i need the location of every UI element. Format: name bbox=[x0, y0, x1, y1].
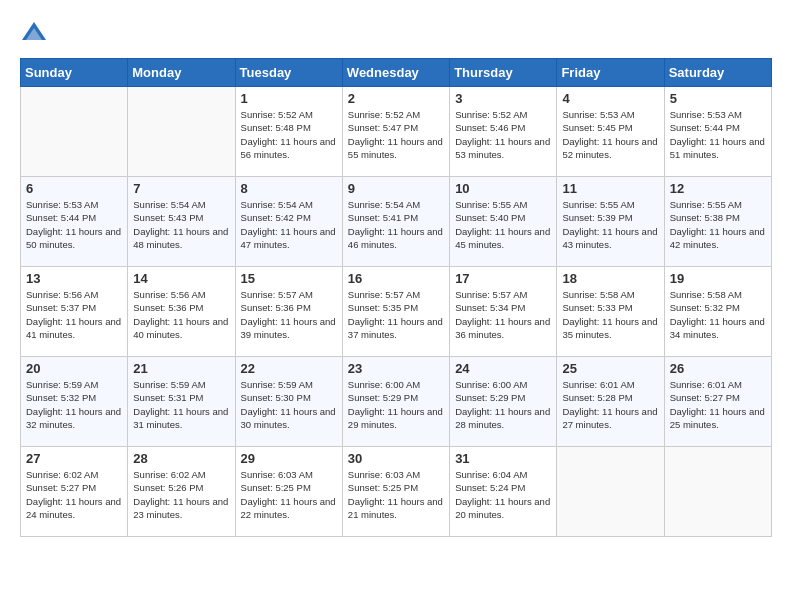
day-info: Sunrise: 5:59 AM Sunset: 5:30 PM Dayligh… bbox=[241, 378, 337, 431]
day-number: 23 bbox=[348, 361, 444, 376]
day-info: Sunrise: 5:52 AM Sunset: 5:47 PM Dayligh… bbox=[348, 108, 444, 161]
calendar-week-4: 20Sunrise: 5:59 AM Sunset: 5:32 PM Dayli… bbox=[21, 357, 772, 447]
day-number: 14 bbox=[133, 271, 229, 286]
calendar-body: 1Sunrise: 5:52 AM Sunset: 5:48 PM Daylig… bbox=[21, 87, 772, 537]
day-number: 2 bbox=[348, 91, 444, 106]
day-number: 20 bbox=[26, 361, 122, 376]
calendar-cell: 5Sunrise: 5:53 AM Sunset: 5:44 PM Daylig… bbox=[664, 87, 771, 177]
day-number: 16 bbox=[348, 271, 444, 286]
column-header-wednesday: Wednesday bbox=[342, 59, 449, 87]
calendar-cell: 3Sunrise: 5:52 AM Sunset: 5:46 PM Daylig… bbox=[450, 87, 557, 177]
day-info: Sunrise: 5:55 AM Sunset: 5:38 PM Dayligh… bbox=[670, 198, 766, 251]
calendar-cell: 24Sunrise: 6:00 AM Sunset: 5:29 PM Dayli… bbox=[450, 357, 557, 447]
calendar-cell: 16Sunrise: 5:57 AM Sunset: 5:35 PM Dayli… bbox=[342, 267, 449, 357]
day-number: 22 bbox=[241, 361, 337, 376]
day-info: Sunrise: 5:58 AM Sunset: 5:33 PM Dayligh… bbox=[562, 288, 658, 341]
day-info: Sunrise: 5:59 AM Sunset: 5:32 PM Dayligh… bbox=[26, 378, 122, 431]
calendar-cell: 12Sunrise: 5:55 AM Sunset: 5:38 PM Dayli… bbox=[664, 177, 771, 267]
calendar-cell: 7Sunrise: 5:54 AM Sunset: 5:43 PM Daylig… bbox=[128, 177, 235, 267]
day-number: 25 bbox=[562, 361, 658, 376]
calendar-cell: 26Sunrise: 6:01 AM Sunset: 5:27 PM Dayli… bbox=[664, 357, 771, 447]
day-info: Sunrise: 5:53 AM Sunset: 5:44 PM Dayligh… bbox=[26, 198, 122, 251]
calendar-cell: 2Sunrise: 5:52 AM Sunset: 5:47 PM Daylig… bbox=[342, 87, 449, 177]
day-number: 26 bbox=[670, 361, 766, 376]
day-info: Sunrise: 5:54 AM Sunset: 5:43 PM Dayligh… bbox=[133, 198, 229, 251]
day-number: 17 bbox=[455, 271, 551, 286]
day-info: Sunrise: 5:52 AM Sunset: 5:48 PM Dayligh… bbox=[241, 108, 337, 161]
day-info: Sunrise: 5:55 AM Sunset: 5:40 PM Dayligh… bbox=[455, 198, 551, 251]
day-info: Sunrise: 5:55 AM Sunset: 5:39 PM Dayligh… bbox=[562, 198, 658, 251]
column-header-sunday: Sunday bbox=[21, 59, 128, 87]
day-number: 4 bbox=[562, 91, 658, 106]
page-header bbox=[20, 20, 772, 48]
logo bbox=[20, 20, 52, 48]
day-info: Sunrise: 6:03 AM Sunset: 5:25 PM Dayligh… bbox=[348, 468, 444, 521]
day-info: Sunrise: 6:02 AM Sunset: 5:27 PM Dayligh… bbox=[26, 468, 122, 521]
day-info: Sunrise: 5:54 AM Sunset: 5:41 PM Dayligh… bbox=[348, 198, 444, 251]
calendar-cell: 1Sunrise: 5:52 AM Sunset: 5:48 PM Daylig… bbox=[235, 87, 342, 177]
calendar-week-1: 1Sunrise: 5:52 AM Sunset: 5:48 PM Daylig… bbox=[21, 87, 772, 177]
calendar-cell: 4Sunrise: 5:53 AM Sunset: 5:45 PM Daylig… bbox=[557, 87, 664, 177]
day-number: 27 bbox=[26, 451, 122, 466]
column-header-monday: Monday bbox=[128, 59, 235, 87]
day-number: 21 bbox=[133, 361, 229, 376]
day-number: 15 bbox=[241, 271, 337, 286]
calendar-cell: 29Sunrise: 6:03 AM Sunset: 5:25 PM Dayli… bbox=[235, 447, 342, 537]
calendar-week-2: 6Sunrise: 5:53 AM Sunset: 5:44 PM Daylig… bbox=[21, 177, 772, 267]
day-number: 19 bbox=[670, 271, 766, 286]
calendar-cell: 15Sunrise: 5:57 AM Sunset: 5:36 PM Dayli… bbox=[235, 267, 342, 357]
day-number: 29 bbox=[241, 451, 337, 466]
calendar-cell bbox=[664, 447, 771, 537]
day-number: 3 bbox=[455, 91, 551, 106]
logo-icon bbox=[20, 20, 48, 48]
day-info: Sunrise: 5:53 AM Sunset: 5:45 PM Dayligh… bbox=[562, 108, 658, 161]
calendar-cell: 31Sunrise: 6:04 AM Sunset: 5:24 PM Dayli… bbox=[450, 447, 557, 537]
calendar-cell: 11Sunrise: 5:55 AM Sunset: 5:39 PM Dayli… bbox=[557, 177, 664, 267]
calendar-cell: 30Sunrise: 6:03 AM Sunset: 5:25 PM Dayli… bbox=[342, 447, 449, 537]
day-number: 28 bbox=[133, 451, 229, 466]
day-number: 10 bbox=[455, 181, 551, 196]
calendar-cell: 10Sunrise: 5:55 AM Sunset: 5:40 PM Dayli… bbox=[450, 177, 557, 267]
calendar-cell bbox=[21, 87, 128, 177]
day-number: 24 bbox=[455, 361, 551, 376]
calendar-cell: 22Sunrise: 5:59 AM Sunset: 5:30 PM Dayli… bbox=[235, 357, 342, 447]
day-info: Sunrise: 5:58 AM Sunset: 5:32 PM Dayligh… bbox=[670, 288, 766, 341]
calendar-cell: 6Sunrise: 5:53 AM Sunset: 5:44 PM Daylig… bbox=[21, 177, 128, 267]
calendar-cell: 9Sunrise: 5:54 AM Sunset: 5:41 PM Daylig… bbox=[342, 177, 449, 267]
day-number: 5 bbox=[670, 91, 766, 106]
day-number: 18 bbox=[562, 271, 658, 286]
calendar-table: SundayMondayTuesdayWednesdayThursdayFrid… bbox=[20, 58, 772, 537]
day-number: 9 bbox=[348, 181, 444, 196]
day-info: Sunrise: 5:52 AM Sunset: 5:46 PM Dayligh… bbox=[455, 108, 551, 161]
day-info: Sunrise: 6:01 AM Sunset: 5:27 PM Dayligh… bbox=[670, 378, 766, 431]
calendar-cell: 13Sunrise: 5:56 AM Sunset: 5:37 PM Dayli… bbox=[21, 267, 128, 357]
column-header-thursday: Thursday bbox=[450, 59, 557, 87]
day-info: Sunrise: 6:02 AM Sunset: 5:26 PM Dayligh… bbox=[133, 468, 229, 521]
calendar-cell: 23Sunrise: 6:00 AM Sunset: 5:29 PM Dayli… bbox=[342, 357, 449, 447]
day-info: Sunrise: 5:57 AM Sunset: 5:36 PM Dayligh… bbox=[241, 288, 337, 341]
calendar-header-row: SundayMondayTuesdayWednesdayThursdayFrid… bbox=[21, 59, 772, 87]
calendar-cell: 27Sunrise: 6:02 AM Sunset: 5:27 PM Dayli… bbox=[21, 447, 128, 537]
calendar-week-3: 13Sunrise: 5:56 AM Sunset: 5:37 PM Dayli… bbox=[21, 267, 772, 357]
day-number: 6 bbox=[26, 181, 122, 196]
day-info: Sunrise: 6:03 AM Sunset: 5:25 PM Dayligh… bbox=[241, 468, 337, 521]
day-info: Sunrise: 5:54 AM Sunset: 5:42 PM Dayligh… bbox=[241, 198, 337, 251]
day-number: 11 bbox=[562, 181, 658, 196]
calendar-week-5: 27Sunrise: 6:02 AM Sunset: 5:27 PM Dayli… bbox=[21, 447, 772, 537]
calendar-cell: 14Sunrise: 5:56 AM Sunset: 5:36 PM Dayli… bbox=[128, 267, 235, 357]
calendar-cell: 8Sunrise: 5:54 AM Sunset: 5:42 PM Daylig… bbox=[235, 177, 342, 267]
calendar-cell bbox=[557, 447, 664, 537]
day-info: Sunrise: 5:59 AM Sunset: 5:31 PM Dayligh… bbox=[133, 378, 229, 431]
column-header-friday: Friday bbox=[557, 59, 664, 87]
calendar-cell: 19Sunrise: 5:58 AM Sunset: 5:32 PM Dayli… bbox=[664, 267, 771, 357]
day-number: 7 bbox=[133, 181, 229, 196]
calendar-cell: 21Sunrise: 5:59 AM Sunset: 5:31 PM Dayli… bbox=[128, 357, 235, 447]
day-info: Sunrise: 5:56 AM Sunset: 5:37 PM Dayligh… bbox=[26, 288, 122, 341]
day-info: Sunrise: 5:56 AM Sunset: 5:36 PM Dayligh… bbox=[133, 288, 229, 341]
day-info: Sunrise: 6:00 AM Sunset: 5:29 PM Dayligh… bbox=[348, 378, 444, 431]
column-header-saturday: Saturday bbox=[664, 59, 771, 87]
calendar-cell: 18Sunrise: 5:58 AM Sunset: 5:33 PM Dayli… bbox=[557, 267, 664, 357]
day-info: Sunrise: 5:53 AM Sunset: 5:44 PM Dayligh… bbox=[670, 108, 766, 161]
day-info: Sunrise: 6:04 AM Sunset: 5:24 PM Dayligh… bbox=[455, 468, 551, 521]
day-number: 8 bbox=[241, 181, 337, 196]
